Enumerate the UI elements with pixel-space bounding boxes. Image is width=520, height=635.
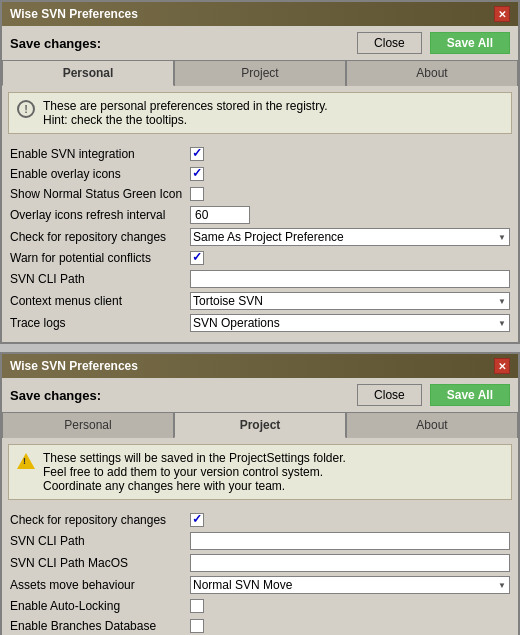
tab-project-1[interactable]: Project [174, 60, 346, 86]
save-changes-label-1: Save changes: [10, 36, 101, 51]
checkbox-branches-db[interactable] [190, 619, 204, 633]
select-assets-move[interactable]: Normal SVN Move Other [190, 576, 510, 594]
window-2: Wise SVN Preferences ✕ Save changes: Clo… [0, 352, 520, 635]
form-row-auto-locking: Enable Auto-Locking [10, 596, 510, 616]
input-svn-cli-macos[interactable] [190, 554, 510, 572]
info-text-1: These are personal preferences stored in… [43, 99, 328, 127]
checkbox-green-icon[interactable] [190, 187, 204, 201]
checkbox-overlay-icons[interactable] [190, 167, 204, 181]
select-wrapper-assets-move: Normal SVN Move Other [190, 576, 510, 594]
form-row-check-repo: Check for repository changes Same As Pro… [10, 226, 510, 248]
save-all-button-2[interactable]: Save All [430, 384, 510, 406]
form-row-svn-integration: Enable SVN integration [10, 144, 510, 164]
form-body-2: Check for repository changes SVN CLI Pat… [2, 506, 518, 635]
title-bar-1: Wise SVN Preferences ✕ [2, 2, 518, 26]
tab-personal-1[interactable]: Personal [2, 60, 174, 86]
close-button-1[interactable]: Close [357, 32, 422, 54]
label-check-repo-2: Check for repository changes [10, 513, 190, 527]
form-row-svn-cli-macos: SVN CLI Path MacOS [10, 552, 510, 574]
label-trace-logs: Trace logs [10, 316, 190, 330]
tab-about-2[interactable]: About [346, 412, 518, 438]
tab-project-2[interactable]: Project [174, 412, 346, 438]
label-context-menus: Context menus client [10, 294, 190, 308]
select-wrapper-check-repo: Same As Project Preference Always Never [190, 228, 510, 246]
select-check-repo[interactable]: Same As Project Preference Always Never [190, 228, 510, 246]
label-svn-cli-macos: SVN CLI Path MacOS [10, 556, 190, 570]
info-icon-1: ! [17, 100, 35, 118]
checkbox-auto-locking[interactable] [190, 599, 204, 613]
window-1-title: Wise SVN Preferences [10, 7, 138, 21]
form-row-green-icon: Show Normal Status Green Icon [10, 184, 510, 204]
warning-triangle [17, 453, 35, 469]
label-green-icon: Show Normal Status Green Icon [10, 187, 190, 201]
title-bar-2: Wise SVN Preferences ✕ [2, 354, 518, 378]
checkbox-svn-integration[interactable] [190, 147, 204, 161]
form-row-potential-conflicts: Warn for potential conflicts [10, 248, 510, 268]
select-context-menus[interactable]: Tortoise SVN Other [190, 292, 510, 310]
label-overlay-icons: Enable overlay icons [10, 167, 190, 181]
form-row-branches-db: Enable Branches Database [10, 616, 510, 635]
input-refresh-interval[interactable] [190, 206, 250, 224]
select-trace-logs[interactable]: SVN Operations All None [190, 314, 510, 332]
window-2-close-btn[interactable]: ✕ [494, 358, 510, 374]
save-changes-label-2: Save changes: [10, 388, 101, 403]
info-text-2: These settings will be saved in the Proj… [43, 451, 346, 493]
window-2-title: Wise SVN Preferences [10, 359, 138, 373]
tabs-2: Personal Project About [2, 412, 518, 438]
label-svn-cli-path-1: SVN CLI Path [10, 272, 190, 286]
select-wrapper-context-menus: Tortoise SVN Other [190, 292, 510, 310]
checkbox-check-repo-2[interactable] [190, 513, 204, 527]
label-check-repo: Check for repository changes [10, 230, 190, 244]
save-all-button-1[interactable]: Save All [430, 32, 510, 54]
form-row-context-menus: Context menus client Tortoise SVN Other [10, 290, 510, 312]
info-box-1: ! These are personal preferences stored … [8, 92, 512, 134]
label-auto-locking: Enable Auto-Locking [10, 599, 190, 613]
label-potential-conflicts: Warn for potential conflicts [10, 251, 190, 265]
form-row-refresh-interval: Overlay icons refresh interval [10, 204, 510, 226]
form-row-svn-cli-path-1: SVN CLI Path [10, 268, 510, 290]
label-branches-db: Enable Branches Database [10, 619, 190, 633]
form-row-svn-cli-path-2: SVN CLI Path [10, 530, 510, 552]
form-row-overlay-icons: Enable overlay icons [10, 164, 510, 184]
tab-about-1[interactable]: About [346, 60, 518, 86]
warning-icon-2 [17, 452, 35, 470]
label-assets-move: Assets move behaviour [10, 578, 190, 592]
form-row-trace-logs: Trace logs SVN Operations All None [10, 312, 510, 334]
close-button-2[interactable]: Close [357, 384, 422, 406]
checkbox-potential-conflicts[interactable] [190, 251, 204, 265]
label-refresh-interval: Overlay icons refresh interval [10, 208, 190, 222]
info-box-2: These settings will be saved in the Proj… [8, 444, 512, 500]
input-svn-cli-path-1[interactable] [190, 270, 510, 288]
form-row-assets-move: Assets move behaviour Normal SVN Move Ot… [10, 574, 510, 596]
window-1-close-btn[interactable]: ✕ [494, 6, 510, 22]
label-svn-integration: Enable SVN integration [10, 147, 190, 161]
toolbar-1: Save changes: Close Save All [2, 26, 518, 60]
label-svn-cli-path-2: SVN CLI Path [10, 534, 190, 548]
form-body-1: Enable SVN integration Enable overlay ic… [2, 140, 518, 342]
tabs-1: Personal Project About [2, 60, 518, 86]
select-wrapper-trace-logs: SVN Operations All None [190, 314, 510, 332]
toolbar-2: Save changes: Close Save All [2, 378, 518, 412]
window-1: Wise SVN Preferences ✕ Save changes: Clo… [0, 0, 520, 344]
form-row-check-repo-2: Check for repository changes [10, 510, 510, 530]
tab-personal-2[interactable]: Personal [2, 412, 174, 438]
input-svn-cli-path-2[interactable] [190, 532, 510, 550]
